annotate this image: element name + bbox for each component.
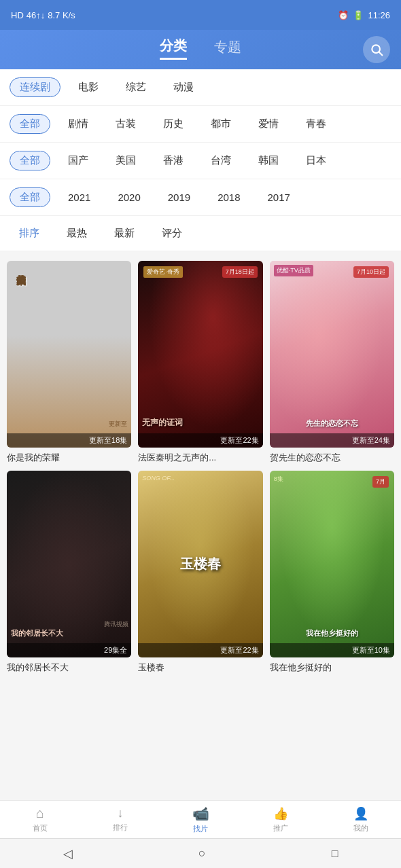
filter-year-all[interactable]: 全部 — [10, 187, 50, 207]
filter-sort-new[interactable]: 最新 — [105, 224, 144, 242]
filter-type-anime[interactable]: 动漫 — [164, 78, 203, 96]
filter-region-us[interactable]: 美国 — [106, 151, 145, 170]
nav-mine[interactable]: 👤 我的 — [321, 801, 401, 838]
nav-promote-label: 推广 — [273, 823, 288, 833]
filter-genre-history[interactable]: 历史 — [154, 115, 193, 133]
genre-filter-row: 全部 剧情 古装 历史 都市 爱情 青春 — [0, 106, 401, 143]
poster-2-platform: 爱奇艺·奇秀 — [143, 266, 183, 278]
header-tabs: 分类 专题 — [160, 37, 241, 60]
nav-rank-label: 排行 — [113, 822, 128, 833]
poster-6-num: 8集 — [274, 475, 283, 484]
filter-year-2020[interactable]: 2020 — [108, 189, 150, 206]
poster-6[interactable]: 7月 我在他乡挺好的 8集 更新至10集 — [270, 471, 394, 657]
filter-year-2021[interactable]: 2021 — [58, 189, 100, 206]
grid-item-5[interactable]: 玉楼春 SONG OF... 更新至22集 玉楼春 — [138, 471, 262, 674]
filter-region-hk[interactable]: 香港 — [154, 151, 193, 170]
rank-icon: ↓ — [118, 806, 124, 820]
filter-region-jp[interactable]: 日本 — [296, 151, 336, 170]
poster-4-badge: 29集全 — [7, 643, 131, 657]
status-carrier: HD — [11, 10, 24, 20]
find-icon: 📹 — [192, 806, 209, 822]
poster-4-title: 我的邻居长不大 — [7, 662, 131, 674]
poster-3[interactable]: 7月10日起 先生的恋恋不忘 优酷·TV品质 更新至24集 — [270, 261, 394, 448]
filter-genre-youth[interactable]: 青春 — [296, 115, 336, 133]
poster-3-platform: 优酷·TV品质 — [274, 265, 313, 276]
status-left: HD 46↑↓ 8.7 K/s — [11, 10, 75, 20]
nav-promote[interactable]: 👍 推广 — [241, 801, 321, 838]
filter-region-tw[interactable]: 台湾 — [201, 151, 241, 170]
battery-icon: 🔋 — [353, 10, 364, 20]
poster-5-en: SONG OF... — [142, 475, 175, 482]
system-nav-bar: ◁ ○ □ — [0, 838, 401, 868]
poster-4-overlay: 我的邻居长不大 — [11, 628, 63, 638]
filter-region-all[interactable]: 全部 — [10, 151, 50, 170]
promote-icon: 👍 — [273, 806, 288, 821]
poster-3-title: 贺先生的恋恋不忘 — [270, 452, 394, 464]
poster-6-overlay: 我在他乡挺好的 — [273, 628, 391, 638]
header: 分类 专题 — [0, 30, 401, 69]
filter-region-china[interactable]: 国产 — [58, 151, 98, 170]
filter-sort-score[interactable]: 评分 — [152, 224, 192, 242]
poster-6-badge: 更新至10集 — [270, 643, 394, 657]
status-signal: 46↑↓ — [27, 10, 45, 20]
poster-2-title: 法医秦明之无声的... — [138, 452, 262, 464]
filter-year-2019[interactable]: 2019 — [158, 189, 200, 206]
nav-find[interactable]: 📹 找片 — [160, 801, 241, 838]
grid-item-4[interactable]: 我的邻居长不大 腾讯视频 29集全 我的邻居长不大 — [7, 471, 131, 674]
filter-genre-all[interactable]: 全部 — [10, 114, 50, 134]
filter-type-variety[interactable]: 综艺 — [116, 78, 156, 96]
poster-3-overlay: 先生的恋恋不忘 — [273, 418, 391, 429]
poster-6-date: 7月 — [372, 476, 389, 488]
grid-item-6[interactable]: 7月 我在他乡挺好的 8集 更新至10集 我在他乡挺好的 — [270, 471, 394, 674]
filter-section: 连续剧 电影 综艺 动漫 全部 剧情 古装 历史 都市 爱情 青春 全部 国产 … — [0, 69, 401, 251]
filter-genre-romance[interactable]: 爱情 — [249, 115, 288, 133]
type-filter-row: 连续剧 电影 综艺 动漫 — [0, 69, 401, 106]
search-button[interactable] — [363, 36, 390, 63]
home-icon: ⌂ — [36, 806, 44, 821]
poster-5-badge: 更新至22集 — [138, 643, 262, 657]
sort-filter-row: 排序 最热 最新 评分 — [0, 216, 401, 251]
grid-item-3[interactable]: 7月10日起 先生的恋恋不忘 优酷·TV品质 更新至24集 贺先生的恋恋不忘 — [270, 261, 394, 464]
region-filter-row: 全部 国产 美国 香港 台湾 韩国 日本 — [0, 143, 401, 179]
grid-item-2[interactable]: 7月18日起 无声的证词 爱奇艺·奇秀 更新至22集 法医秦明之无声的... — [138, 261, 262, 464]
filter-year-2017[interactable]: 2017 — [258, 189, 300, 206]
filter-type-serial[interactable]: 连续剧 — [10, 77, 60, 97]
svg-line-1 — [379, 52, 383, 56]
status-speed: 8.7 K/s — [48, 10, 75, 20]
mine-icon: 👤 — [353, 806, 368, 821]
back-button[interactable]: ◁ — [63, 846, 73, 861]
poster-3-badge: 更新至24集 — [270, 433, 394, 448]
poster-5-overlay: 玉楼春 — [180, 555, 221, 573]
filter-year-2018[interactable]: 2018 — [208, 189, 249, 206]
poster-2-date: 7月18日起 — [222, 266, 258, 278]
nav-find-label: 找片 — [193, 824, 208, 834]
filter-genre-drama[interactable]: 剧情 — [58, 115, 98, 133]
poster-4-sub: 腾讯视频 — [104, 620, 128, 629]
filter-genre-costume[interactable]: 古装 — [106, 115, 145, 133]
nav-home[interactable]: ⌂ 首页 — [0, 801, 80, 838]
tab-category[interactable]: 分类 — [160, 37, 187, 60]
filter-genre-city[interactable]: 都市 — [201, 115, 241, 133]
filter-sort-hot[interactable]: 最热 — [57, 224, 97, 242]
status-time: 11:26 — [368, 10, 390, 20]
content-grid-section: 你是我的荣耀 更新至 更新至18集 你是我的荣耀 7月18日起 无声的证词 爱奇… — [0, 251, 401, 683]
poster-2-badge: 更新至22集 — [138, 433, 262, 448]
grid-item-1[interactable]: 你是我的荣耀 更新至 更新至18集 你是我的荣耀 — [7, 261, 131, 464]
filter-type-movie[interactable]: 电影 — [69, 78, 108, 96]
nav-rank[interactable]: ↓ 排行 — [80, 801, 160, 838]
recents-button[interactable]: □ — [332, 848, 338, 860]
home-button[interactable]: ○ — [198, 846, 206, 861]
nav-mine-label: 我的 — [353, 823, 368, 833]
filter-region-kr[interactable]: 韩国 — [249, 151, 288, 170]
poster-1[interactable]: 你是我的荣耀 更新至 更新至18集 — [7, 261, 131, 448]
poster-5-title: 玉楼春 — [138, 662, 262, 674]
poster-3-date: 7月10日起 — [353, 266, 389, 278]
tab-topic[interactable]: 专题 — [214, 38, 241, 59]
poster-1-title: 你是我的荣耀 — [7, 452, 131, 464]
poster-5[interactable]: 玉楼春 SONG OF... 更新至22集 — [138, 471, 262, 657]
poster-1-badge: 更新至18集 — [7, 433, 131, 448]
filter-sort-label[interactable]: 排序 — [10, 224, 49, 242]
year-filter-row: 全部 2021 2020 2019 2018 2017 — [0, 179, 401, 216]
poster-2[interactable]: 7月18日起 无声的证词 爱奇艺·奇秀 更新至22集 — [138, 261, 262, 448]
poster-4[interactable]: 我的邻居长不大 腾讯视频 29集全 — [7, 471, 131, 657]
